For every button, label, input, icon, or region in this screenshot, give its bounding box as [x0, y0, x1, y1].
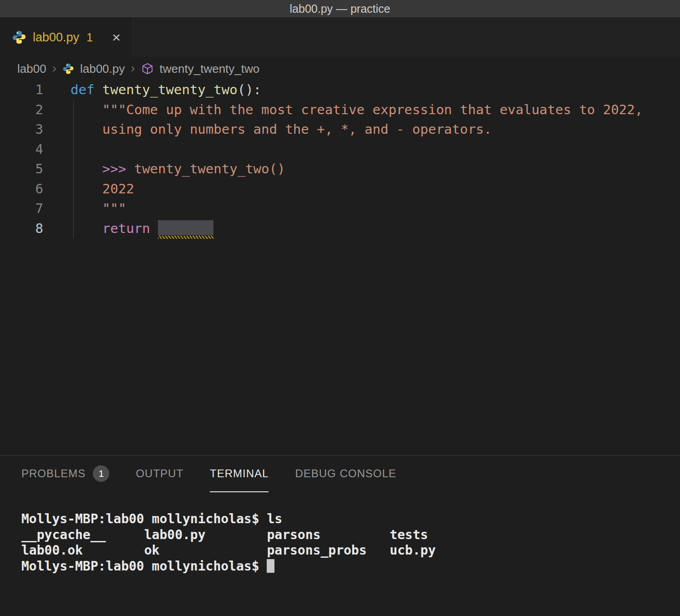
code-line[interactable]: 7 """ [0, 199, 680, 219]
breadcrumb: lab00 › lab00.py › twenty_twenty_two [0, 57, 680, 80]
panel-tab-label: TERMINAL [210, 467, 269, 480]
code-text: 2022 [43, 179, 134, 199]
code-token: 2022 [102, 181, 134, 197]
terminal-line: __pycache__ lab00.py parsons tests [21, 527, 680, 543]
panel-tab-label: OUTPUT [136, 467, 183, 480]
line-number[interactable]: 5 [0, 159, 43, 179]
terminal-line: Mollys-MBP:lab00 mollynicholas$ [21, 559, 680, 575]
code-text: def twenty_twenty_two(): [43, 80, 261, 100]
editor-tab-bar: lab00.py 1 × [0, 17, 680, 57]
breadcrumb-file[interactable]: lab00.py [80, 62, 125, 76]
code-text [43, 140, 71, 160]
panel-tab-terminal[interactable]: TERMINAL [210, 456, 269, 492]
terminal-cursor [267, 559, 274, 573]
code-token: def [71, 82, 94, 97]
tab-close-icon[interactable]: × [112, 30, 121, 45]
code-line[interactable]: 2 """Come up with the most creative expr… [0, 100, 680, 120]
line-number[interactable]: 4 [0, 140, 43, 160]
line-number[interactable]: 7 [0, 199, 43, 219]
code-token [71, 201, 102, 216]
code-token [71, 181, 102, 197]
symbol-cube-icon [141, 62, 154, 75]
code-line[interactable]: 6 2022 [0, 179, 680, 199]
panel-tab-debug-console[interactable]: DEBUG CONSOLE [295, 456, 396, 492]
code-text: using only numbers and the +, *, and - o… [43, 120, 492, 140]
window-title: lab00.py — practice [290, 2, 391, 15]
code-token [71, 102, 102, 117]
line-number[interactable]: 6 [0, 179, 43, 199]
code-token: twenty_twenty_two [102, 82, 238, 97]
code-editor[interactable]: 1def twenty_twenty_two():2 """Come up wi… [0, 80, 680, 455]
code-token [150, 221, 158, 236]
code-text: return [43, 219, 213, 239]
code-token: >>> [102, 161, 134, 177]
terminal-output[interactable]: Mollys-MBP:lab00 mollynicholas$ ls__pyca… [0, 492, 680, 574]
blank-selection[interactable] [158, 220, 213, 235]
indent-guide [73, 100, 74, 239]
python-icon [62, 63, 74, 75]
panel-tabs: PROBLEMS1OUTPUTTERMINALDEBUG CONSOLE [0, 456, 680, 492]
breadcrumb-symbol[interactable]: twenty_twenty_two [160, 62, 260, 76]
tab-filename: lab00.py [33, 30, 79, 45]
code-text: """ [43, 199, 126, 219]
code-text: >>> twenty_twenty_two() [43, 159, 285, 179]
code-token: return [102, 221, 150, 236]
code-text: """Come up with the most creative expres… [43, 100, 643, 120]
panel-tab-label: PROBLEMS [21, 467, 86, 480]
code-token: """ [102, 201, 126, 216]
code-token: using only numbers and the +, *, and - o… [102, 121, 492, 137]
code-token [71, 121, 102, 137]
code-token [71, 161, 102, 177]
line-number[interactable]: 2 [0, 100, 43, 120]
code-line[interactable]: 8 return [0, 219, 680, 239]
line-number[interactable]: 1 [0, 80, 43, 100]
code-token: (): [238, 82, 261, 97]
panel-tab-problems[interactable]: PROBLEMS1 [21, 456, 109, 492]
code-token: """Come up with the most creative expres… [102, 102, 643, 117]
code-token [94, 82, 102, 97]
code-token: twenty_twenty_two() [134, 161, 285, 177]
breadcrumb-separator: › [131, 61, 135, 76]
code-line[interactable]: 1def twenty_twenty_two(): [0, 80, 680, 100]
code-line[interactable]: 4 [0, 140, 680, 160]
python-icon [12, 30, 26, 45]
problems-count-badge: 1 [93, 465, 109, 482]
code-line[interactable]: 3 using only numbers and the +, *, and -… [0, 120, 680, 140]
breadcrumb-separator: › [52, 61, 56, 76]
code-token [71, 221, 102, 236]
panel-tab-label: DEBUG CONSOLE [295, 467, 396, 480]
code-line[interactable]: 5 >>> twenty_twenty_two() [0, 159, 680, 179]
panel-tab-output[interactable]: OUTPUT [136, 456, 183, 492]
tab-lab00-py[interactable]: lab00.py 1 × [0, 17, 133, 57]
terminal-line: Mollys-MBP:lab00 mollynicholas$ ls [21, 511, 680, 527]
editor-lines: 1def twenty_twenty_two():2 """Come up wi… [0, 80, 680, 238]
window-titlebar: lab00.py — practice [0, 0, 680, 17]
breadcrumb-folder[interactable]: lab00 [17, 62, 46, 76]
tab-problem-count: 1 [86, 31, 93, 44]
line-number[interactable]: 8 [0, 219, 43, 239]
line-number[interactable]: 3 [0, 120, 43, 140]
terminal-line: lab00.ok ok parsons_probs ucb.py [21, 543, 680, 559]
bottom-panel: PROBLEMS1OUTPUTTERMINALDEBUG CONSOLE Mol… [0, 455, 680, 616]
